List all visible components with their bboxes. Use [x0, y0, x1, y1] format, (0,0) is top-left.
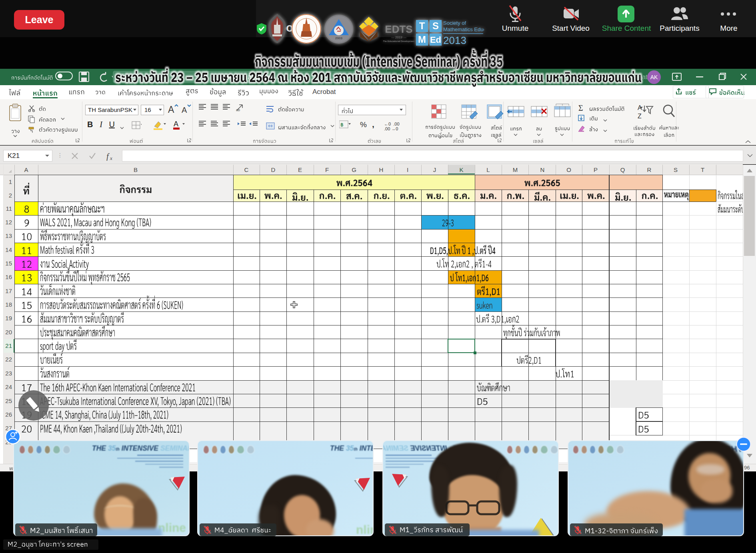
svg-text:f: f — [106, 152, 110, 161]
svg-text:Society of: Society of — [443, 20, 466, 26]
svg-text:S: S — [432, 20, 439, 31]
svg-text:A: A — [168, 104, 174, 115]
svg-text:Σ: Σ — [578, 104, 583, 112]
svg-text:Ed: Ed — [430, 35, 441, 45]
svg-text:฿: ฿ — [340, 122, 344, 128]
svg-text:%: % — [360, 120, 367, 129]
svg-text:A: A — [182, 106, 187, 114]
svg-text:M: M — [418, 34, 426, 45]
svg-text:Mathematics Education: Mathematics Education — [443, 26, 484, 32]
svg-text:EDTS: EDTS — [385, 23, 412, 35]
svg-text:,: , — [372, 120, 374, 129]
svg-text:The Educational Development: The Educational Development — [383, 40, 414, 42]
svg-text:x: x — [110, 155, 112, 161]
svg-text:T: T — [419, 20, 425, 31]
svg-text:ab: ab — [236, 108, 240, 112]
svg-text:←0 .00: ←0 .00 — [384, 122, 400, 126]
svg-text:2013: 2013 — [443, 34, 466, 46]
svg-text:— 2019 —: — 2019 — — [391, 36, 406, 39]
svg-text:Z: Z — [638, 113, 642, 120]
svg-text:.00 →0: .00 →0 — [384, 126, 398, 131]
svg-text:A: A — [174, 120, 178, 128]
svg-text:A: A — [638, 104, 642, 111]
svg-text:2003: 2003 — [335, 36, 342, 40]
